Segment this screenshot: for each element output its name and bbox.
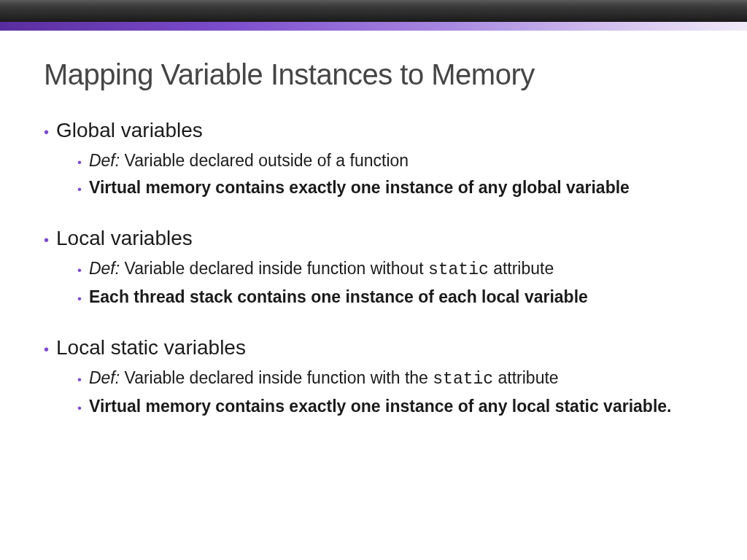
bullet-level1: • Local static variables bbox=[44, 336, 703, 359]
definition-line: Def: Variable declared inside function w… bbox=[89, 367, 559, 391]
def-suffix: attribute bbox=[493, 368, 559, 387]
slide-title: Mapping Variable Instances to Memory bbox=[44, 58, 703, 91]
def-label: Def: bbox=[89, 368, 120, 387]
section-heading: Global variables bbox=[56, 119, 203, 142]
bullet-icon: • bbox=[77, 264, 82, 276]
def-suffix: attribute bbox=[489, 259, 554, 278]
bullet-level2: • Virtual memory contains exactly one in… bbox=[77, 176, 703, 199]
emphasis-line: Virtual memory contains exactly one inst… bbox=[89, 395, 672, 418]
bullet-level2: • Def: Variable declared outside of a fu… bbox=[77, 149, 703, 172]
bullet-icon: • bbox=[77, 373, 82, 386]
bullet-icon: • bbox=[77, 292, 82, 305]
bullet-icon: • bbox=[44, 125, 49, 139]
bullet-icon: • bbox=[44, 233, 49, 247]
bullet-icon: • bbox=[77, 183, 82, 195]
definition-line: Def: Variable declared inside function w… bbox=[89, 257, 554, 281]
def-text: Variable declared inside function withou… bbox=[120, 259, 428, 278]
definition-line: Def: Variable declared outside of a func… bbox=[89, 149, 409, 172]
bullet-level1: • Global variables bbox=[44, 119, 703, 142]
emphasis-line: Each thread stack contains one instance … bbox=[89, 286, 588, 308]
code-keyword: static bbox=[433, 370, 493, 389]
section-heading: Local static variables bbox=[56, 336, 246, 359]
emphasis-line: Virtual memory contains exactly one inst… bbox=[89, 176, 630, 199]
bullet-level2: • Def: Variable declared inside function… bbox=[77, 257, 703, 281]
bullet-level2: • Each thread stack contains one instanc… bbox=[77, 286, 703, 308]
bullet-level2: • Virtual memory contains exactly one in… bbox=[77, 395, 703, 418]
bullet-level2: • Def: Variable declared inside function… bbox=[77, 367, 703, 391]
section-heading: Local variables bbox=[56, 227, 193, 250]
section-global: • Global variables • Def: Variable decla… bbox=[44, 119, 703, 199]
decorative-bar-purple bbox=[0, 22, 747, 31]
section-local-static: • Local static variables • Def: Variable… bbox=[44, 336, 703, 418]
bullet-level1: • Local variables bbox=[44, 227, 703, 250]
def-label: Def: bbox=[89, 151, 120, 170]
bullet-icon: • bbox=[77, 402, 82, 414]
code-keyword: static bbox=[428, 260, 489, 279]
def-text: Variable declared outside of a function bbox=[120, 151, 409, 170]
bullet-icon: • bbox=[77, 156, 82, 168]
def-text: Variable declared inside function with t… bbox=[120, 368, 433, 387]
bullet-icon: • bbox=[44, 342, 49, 357]
def-label: Def: bbox=[89, 259, 120, 278]
slide-content: Mapping Variable Instances to Memory • G… bbox=[0, 31, 747, 418]
section-local: • Local variables • Def: Variable declar… bbox=[44, 227, 703, 308]
decorative-bar-dark bbox=[0, 0, 747, 22]
